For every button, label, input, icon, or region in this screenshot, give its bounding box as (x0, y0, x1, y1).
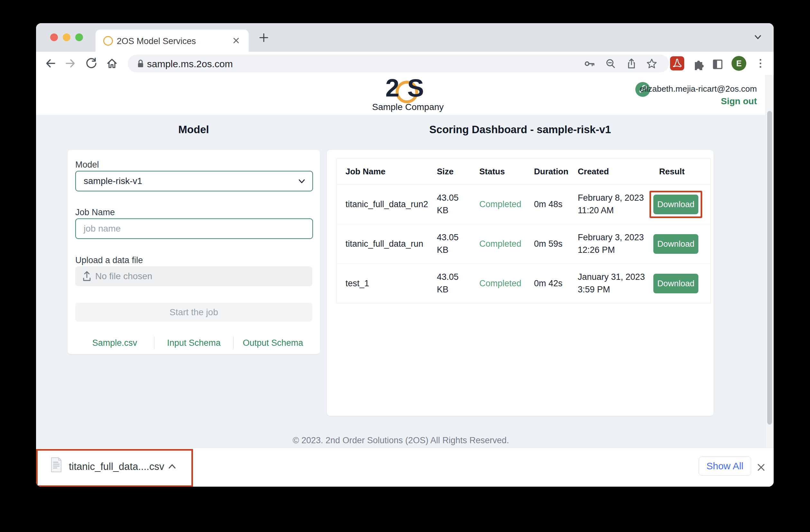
upload-label: Upload a data file (75, 255, 143, 265)
new-tab-button[interactable] (258, 32, 270, 44)
model-field-label: Model (75, 160, 99, 170)
favicon-ring-icon (103, 36, 113, 46)
model-select[interactable]: sample-risk-v1 (75, 171, 313, 191)
traffic-close-button[interactable] (50, 33, 58, 41)
job-name-placeholder: job name (84, 224, 120, 234)
forward-icon[interactable] (64, 56, 78, 70)
cell-status: Completed (479, 199, 534, 209)
browser-tab[interactable]: 2OS Model Services (96, 30, 249, 52)
col-result: Result (653, 167, 710, 177)
upload-icon (81, 271, 93, 282)
cell-duration: 0m 59s (534, 239, 578, 249)
input-schema-link[interactable]: Input Schema (155, 338, 233, 348)
cell-size: 43.05 KB (437, 271, 465, 296)
traffic-zoom-button[interactable] (75, 33, 83, 41)
back-icon[interactable] (43, 56, 57, 70)
download-highlight-wrap: Download (649, 270, 702, 297)
file-upload-input[interactable]: No file chosen (75, 266, 312, 286)
company-name: Sample Company (366, 102, 450, 112)
csv-file-icon (50, 457, 62, 472)
cell-status: Completed (479, 239, 534, 249)
address-bar[interactable]: sample.ms.2os.com (128, 55, 669, 72)
table-row: titanic_full_data_run 43.05 KB Completed… (337, 224, 710, 263)
cell-duration: 0m 42s (534, 278, 578, 289)
scrollbar-thumb[interactable] (767, 111, 772, 424)
tab-search-chevron-icon[interactable] (753, 33, 763, 42)
sign-out-link[interactable]: Sign out (721, 96, 757, 107)
site-header: 2 S Sample Company elizabeth.mejia-ricar… (36, 75, 774, 115)
model-form-card: Model sample-risk-v1 Job Name job name U… (67, 150, 320, 354)
url-text: sample.ms.2os.com (147, 59, 233, 69)
browser-window: 2OS Model Services samp (36, 23, 774, 487)
page-main: Model Scoring Dashboard - sample-risk-v1… (36, 115, 766, 448)
table-row: titanic_full_data_run2 43.05 KB Complete… (337, 184, 710, 224)
jobs-table: Job Name Size Status Duration Created Re… (337, 158, 711, 303)
2os-logo: 2 S (385, 78, 431, 102)
home-icon[interactable] (105, 56, 119, 70)
tab-strip: 2OS Model Services (36, 23, 774, 52)
pdf-extension-icon[interactable] (670, 56, 684, 70)
download-bar: titanic_full_data....csv Show All (36, 448, 774, 487)
col-status: Status (479, 167, 534, 177)
extensions-puzzle-icon[interactable] (691, 57, 705, 71)
start-job-button[interactable]: Start the job (75, 303, 312, 322)
share-icon[interactable] (625, 57, 638, 70)
file-chosen-text: No file chosen (95, 271, 152, 281)
download-highlight-wrap: Download (649, 230, 702, 258)
job-name-label: Job Name (75, 208, 115, 217)
cell-job-name: titanic_full_data_run2 (337, 199, 437, 209)
table-header-row: Job Name Size Status Duration Created Re… (337, 159, 710, 184)
cell-job-name: titanic_full_data_run (337, 239, 437, 249)
download-button[interactable]: Download (653, 195, 698, 214)
download-highlight-wrap: Download (649, 191, 702, 218)
job-name-input[interactable]: job name (75, 219, 313, 239)
scoring-dashboard-card: Job Name Size Status Duration Created Re… (327, 150, 713, 416)
logo-letter-2: 2 (385, 76, 399, 100)
browser-profile-avatar[interactable]: E (731, 56, 746, 71)
password-key-icon[interactable] (583, 57, 596, 70)
downloaded-file-chip[interactable]: titanic_full_data....csv (69, 461, 164, 472)
chevron-up-icon[interactable] (167, 463, 177, 470)
col-job-name: Job Name (337, 167, 437, 177)
download-bar-close-icon[interactable] (756, 462, 766, 472)
schema-links-row: Sample.csv Input Schema Output Schema (75, 336, 312, 349)
col-duration: Duration (534, 167, 578, 177)
cell-size: 43.05 KB (437, 231, 465, 256)
logo-letter-s: S (407, 76, 424, 100)
copyright-footer: © 2023. 2nd Order Solutions (2OS) All Ri… (36, 436, 766, 446)
tab-close-icon[interactable] (232, 36, 240, 45)
model-select-value: sample-risk-v1 (84, 176, 142, 186)
col-size: Size (437, 167, 479, 177)
download-button[interactable]: Download (653, 274, 698, 293)
cell-created: February 3, 2023 12:26 PM (578, 231, 653, 256)
col-created: Created (578, 167, 653, 177)
user-email: elizabeth.mejia-ricart@2os.com (639, 84, 757, 94)
lock-icon (134, 57, 147, 70)
table-row: test_1 43.05 KB Completed 0m 42s January… (337, 263, 710, 303)
show-all-button[interactable]: Show All (699, 456, 751, 476)
cell-job-name: test_1 (337, 278, 437, 289)
cell-size: 43.05 KB (437, 192, 465, 217)
cell-created: January 31, 2023 3:59 PM (578, 271, 653, 296)
cell-created: February 8, 2023 11:20 AM (578, 192, 653, 217)
bookmark-star-icon[interactable] (645, 57, 658, 70)
browser-toolbar: sample.ms.2os.com E (36, 52, 774, 75)
cell-duration: 0m 48s (534, 199, 578, 209)
zoom-out-icon[interactable] (604, 57, 617, 70)
side-panel-icon[interactable] (711, 57, 725, 71)
download-button[interactable]: Download (653, 234, 698, 254)
dashboard-section-title: Scoring Dashboard - sample-risk-v1 (430, 124, 611, 136)
model-section-title: Model (178, 124, 209, 136)
page-scrollbar[interactable] (765, 75, 774, 448)
cell-status: Completed (479, 278, 534, 289)
sample-csv-link[interactable]: Sample.csv (75, 338, 154, 348)
output-schema-link[interactable]: Output Schema (233, 338, 312, 348)
kebab-menu-icon[interactable] (754, 56, 767, 70)
tab-title: 2OS Model Services (117, 36, 196, 46)
traffic-minimize-button[interactable] (63, 33, 70, 41)
chevron-down-icon (297, 177, 306, 185)
reload-icon[interactable] (84, 56, 98, 70)
